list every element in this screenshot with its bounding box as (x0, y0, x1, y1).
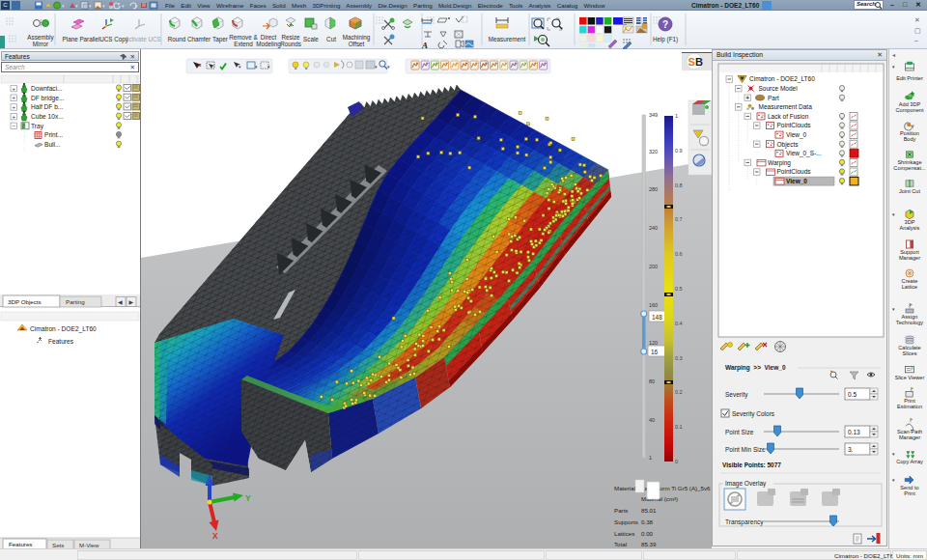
svg-text:Print...: Print... (44, 131, 63, 138)
svg-text:0.1: 0.1 (675, 424, 683, 430)
svg-text:◂: ◂ (892, 52, 895, 58)
svg-text:0.38: 0.38 (641, 518, 654, 525)
svg-text:3DP Objects: 3DP Objects (8, 298, 42, 305)
svg-text:Print: Print (904, 398, 915, 404)
svg-text:Features: Features (48, 338, 74, 345)
svg-text:Warping: Warping (768, 159, 791, 167)
svg-text:Technology: Technology (896, 320, 924, 325)
svg-text:Downfaci...: Downfaci... (31, 85, 63, 92)
svg-text:+: + (12, 95, 15, 100)
svg-text:PointClouds: PointClouds (777, 168, 812, 175)
svg-text:0.9: 0.9 (675, 148, 683, 154)
svg-text:▾: ▾ (75, 3, 78, 9)
svg-text:Y: Y (245, 493, 251, 503)
svg-text:PointClouds: PointClouds (777, 122, 812, 128)
svg-text:Analysis: Analysis (900, 225, 920, 231)
svg-text:Body: Body (904, 136, 916, 142)
svg-text:▾: ▾ (62, 3, 65, 9)
svg-text:Component: Component (896, 107, 924, 113)
svg-text:Shrinkage: Shrinkage (897, 159, 921, 165)
svg-text:Total: Total (614, 541, 627, 547)
svg-text:Lack of Fusion: Lack of Fusion (768, 113, 809, 120)
svg-text:Image Overlay: Image Overlay (725, 480, 767, 488)
svg-text:Add 3DP: Add 3DP (899, 101, 921, 107)
svg-text:Parting: Parting (66, 298, 85, 305)
svg-text:◀: ◀ (118, 299, 123, 305)
svg-text:Material:: Material: (614, 485, 637, 491)
svg-text:M-View: M-View (79, 542, 99, 548)
svg-text:349: 349 (649, 112, 658, 118)
svg-text:▢: ▢ (914, 27, 921, 34)
svg-text:160: 160 (649, 302, 658, 308)
svg-text:0.2: 0.2 (675, 389, 683, 395)
svg-text:+: + (12, 114, 15, 120)
svg-text:1: 1 (649, 455, 652, 461)
svg-text:Position: Position (900, 130, 919, 136)
svg-text:0.7: 0.7 (675, 216, 683, 222)
svg-text:▾: ▾ (892, 64, 895, 70)
svg-text:0.5: 0.5 (848, 391, 857, 398)
svg-text:Cimatron - DOE2_LT60: Cimatron - DOE2_LT60 (30, 325, 97, 333)
svg-text:Severity: Severity (725, 391, 748, 399)
svg-text:Joint Cut: Joint Cut (899, 188, 921, 194)
svg-text:B: B (695, 56, 703, 68)
svg-text:Tray: Tray (31, 123, 44, 130)
svg-text:0.13: 0.13 (848, 429, 860, 435)
svg-text:Transparency: Transparency (725, 518, 764, 526)
svg-text:Edit Printer: Edit Printer (896, 75, 923, 81)
svg-text:Z: Z (206, 476, 211, 486)
svg-text:▾: ▾ (102, 3, 105, 9)
svg-text:Slice Viewer: Slice Viewer (895, 375, 925, 380)
svg-text:200: 200 (649, 264, 658, 269)
svg-text:▾: ▾ (892, 306, 895, 312)
svg-text:View_0: View_0 (786, 178, 807, 184)
svg-text:?: ? (662, 19, 668, 30)
svg-text:+: + (12, 104, 15, 110)
svg-text:280: 280 (649, 186, 658, 192)
svg-text:▾: ▾ (892, 451, 895, 457)
svg-text:▶: ▶ (129, 299, 134, 305)
svg-text:▾: ▾ (892, 477, 895, 483)
svg-text:DF bridge...: DF bridge... (31, 95, 65, 102)
svg-text:Compensat...: Compensat... (893, 165, 926, 171)
svg-text:Warping >> View_0: Warping >> View_0 (725, 364, 786, 372)
svg-text:Measurement Data: Measurement Data (759, 103, 813, 110)
svg-text:Buil...: Buil... (44, 141, 61, 148)
svg-text:0.8: 0.8 (675, 182, 683, 188)
svg-text:1: 1 (675, 113, 678, 119)
svg-text:Estimation: Estimation (897, 404, 922, 409)
svg-text:Source Model: Source Model (759, 85, 799, 92)
svg-text:Assign: Assign (902, 314, 918, 320)
svg-text:▾: ▾ (892, 211, 895, 217)
svg-text:▾: ▾ (89, 3, 92, 9)
svg-text:Point Size: Point Size (725, 429, 754, 435)
svg-text:Features: Features (9, 541, 32, 547)
svg-text:148: 148 (652, 314, 662, 321)
svg-text:0.3: 0.3 (675, 355, 683, 361)
svg-text:120: 120 (649, 340, 658, 346)
svg-text:240: 240 (649, 225, 658, 231)
svg-text:Cimatron - DOE2_LT60: Cimatron - DOE2_LT60 (749, 75, 815, 83)
svg-text:Lattices: Lattices (614, 530, 634, 537)
svg-text:Create: Create (902, 278, 918, 284)
svg-text:0.00: 0.00 (641, 530, 654, 537)
svg-text:▾: ▾ (135, 3, 138, 9)
svg-text:16: 16 (651, 349, 659, 355)
svg-text:Point Min Size: Point Min Size (725, 446, 766, 453)
svg-text:0: 0 (675, 459, 678, 464)
svg-text:X: X (212, 531, 218, 541)
svg-text:Supports: Supports (614, 518, 638, 525)
svg-text:3.: 3. (848, 446, 854, 453)
svg-text:Send to: Send to (900, 485, 918, 490)
svg-text:Severity Colors: Severity Colors (732, 410, 775, 418)
svg-text:0.5: 0.5 (675, 286, 683, 292)
svg-text:Lattice: Lattice (902, 284, 917, 290)
svg-text:Slices: Slices (903, 350, 917, 356)
svg-text:A: A (421, 41, 428, 49)
svg-text:Manager: Manager (899, 434, 920, 440)
svg-text:−: − (12, 123, 15, 128)
svg-text:40: 40 (649, 417, 655, 423)
svg-text:80: 80 (649, 378, 655, 384)
svg-text:Sets: Sets (52, 542, 64, 548)
svg-text:Calculate: Calculate (898, 345, 920, 350)
